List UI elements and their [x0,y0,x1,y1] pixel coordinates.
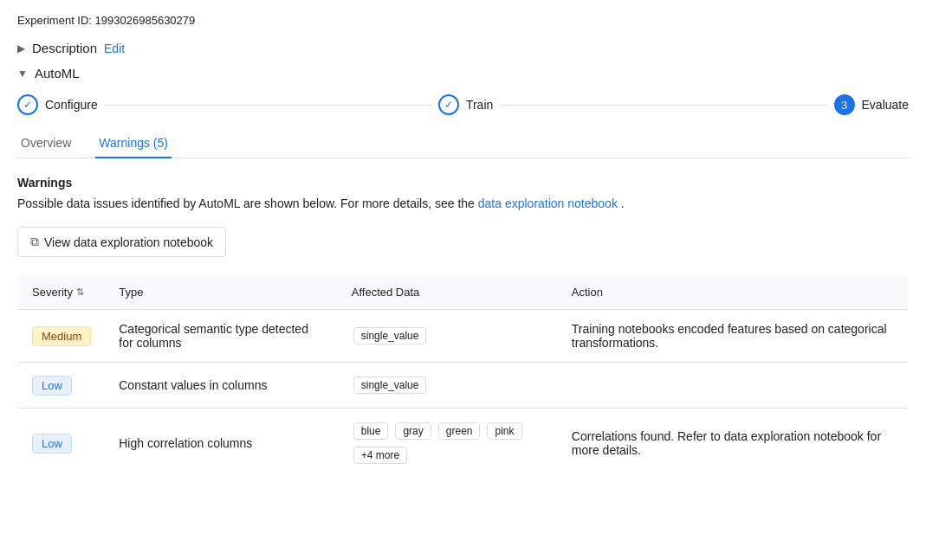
step-configure: ✓ Configure [17,94,98,115]
col-type: Type [105,275,338,310]
automl-section: ▼ AutoML ✓ Configure ✓ Train 3 Evaluate … [17,66,909,479]
severity-cell: Low [18,409,106,479]
tags-container: single_value [352,375,544,396]
col-severity[interactable]: Severity ⇅ [18,275,106,310]
action-cell: Correlations found. Refer to data explor… [558,409,909,479]
severity-sort-icon: ⇅ [76,286,84,298]
tab-overview[interactable]: Overview [17,129,74,158]
warnings-content: Warnings Possible data issues identified… [17,176,909,479]
data-tag: +4 more [353,447,407,464]
description-title: Description [32,41,97,55]
type-cell: High correlation columns [105,409,338,479]
automl-header[interactable]: ▼ AutoML [17,66,909,80]
view-notebook-button-label: View data exploration notebook [44,235,213,249]
col-affected-data: Affected Data [338,275,558,310]
affected-data-cell: bluegraygreenpink+4 more [338,409,558,479]
tags-container: bluegraygreenpink+4 more [352,421,544,466]
table-header: Severity ⇅ Type Affected Data Action [18,275,909,310]
tabs-container: Overview Warnings (5) [17,129,909,158]
step-evaluate-circle: 3 [834,94,855,115]
data-tag: pink [487,422,521,440]
data-tag: single_value [353,327,427,344]
severity-cell: Low [18,363,106,409]
stepper: ✓ Configure ✓ Train 3 Evaluate [17,94,909,115]
data-tag: single_value [353,377,427,394]
action-cell [558,363,909,409]
severity-badge: Low [32,434,72,454]
table-body: MediumCategorical semantic type detected… [18,310,909,479]
step-train-label: Train [466,98,493,112]
automl-chevron: ▼ [17,68,28,80]
warnings-desc-start: Possible data issues identified by AutoM… [17,196,475,210]
step-train: ✓ Train [438,94,493,115]
step-evaluate: 3 Evaluate [834,94,909,115]
automl-title: AutoML [35,66,80,80]
affected-data-cell: single_value [338,363,558,409]
warnings-table: Severity ⇅ Type Affected Data Action [17,274,909,479]
data-tag: gray [395,422,431,440]
tab-warnings[interactable]: Warnings (5) [95,129,172,158]
data-tag: green [438,422,481,440]
experiment-id-label: Experiment ID: [17,14,92,27]
table-row: LowHigh correlation columnsbluegraygreen… [18,409,909,479]
step-evaluate-label: Evaluate [862,98,909,112]
type-cell: Constant values in columns [105,363,338,409]
step-line-2 [500,105,826,106]
step-train-circle: ✓ [438,94,459,115]
warnings-desc-end: . [621,196,625,210]
severity-cell: Medium [18,310,106,363]
step-configure-label: Configure [45,98,98,112]
table-row: MediumCategorical semantic type detected… [18,310,909,363]
data-exploration-notebook-link[interactable]: data exploration notebook [478,196,618,210]
severity-badge: Medium [32,326,91,346]
warnings-description: Possible data issues identified by AutoM… [17,195,909,213]
description-chevron: ▶ [17,42,25,55]
data-tag: blue [353,422,389,440]
experiment-id-value: 1993026985630279 [95,14,196,27]
action-cell: Training notebooks encoded features base… [558,310,909,363]
table-row: LowConstant values in columnssingle_valu… [18,363,909,409]
view-notebook-button[interactable]: ⧉ View data exploration notebook [17,227,226,257]
warnings-title: Warnings [17,176,909,190]
severity-badge: Low [32,376,72,396]
tags-container: single_value [352,325,544,346]
experiment-id-row: Experiment ID: 1993026985630279 [17,14,909,27]
step-configure-circle: ✓ [17,94,38,115]
affected-data-cell: single_value [338,310,558,363]
type-cell: Categorical semantic type detected for c… [105,310,338,363]
description-edit-link[interactable]: Edit [104,42,125,55]
description-section-header[interactable]: ▶ Description Edit [17,41,909,55]
col-action: Action [558,275,909,310]
step-line-1 [105,105,431,106]
external-link-icon: ⧉ [30,235,39,249]
